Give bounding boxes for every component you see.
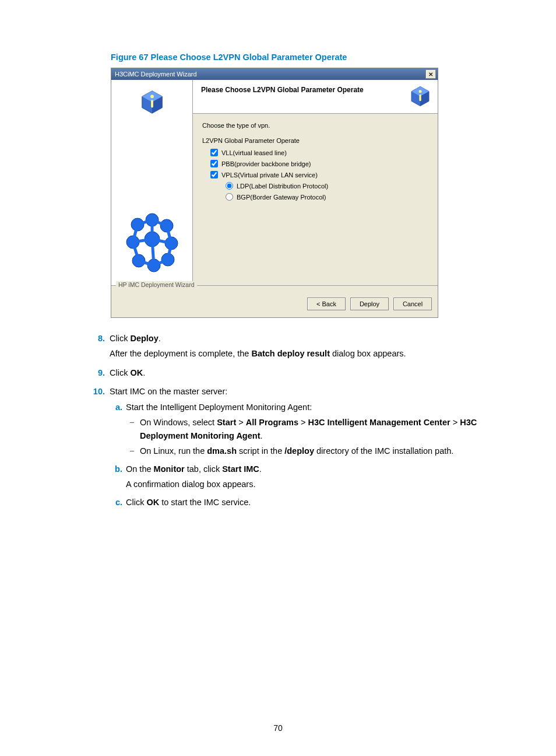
close-button[interactable]: ✕	[425, 69, 436, 79]
ok-bold: OK	[130, 368, 143, 377]
ok-bold: OK	[146, 498, 159, 507]
step-10: 10. Start IMC on the master server: a. S…	[92, 385, 498, 513]
dash-mark: −	[129, 444, 140, 457]
vpls-checkbox[interactable]	[210, 171, 218, 178]
pbb-checkbox[interactable]	[210, 160, 218, 167]
dmash-bold: dma.sh	[207, 446, 237, 456]
pbb-label: PBB(provider backbone bridge)	[221, 160, 311, 167]
substep-text: Start the Intelligent Deployment Monitor…	[126, 401, 498, 414]
dialog-content: Choose the type of vpn. L2VPN Global Par…	[201, 120, 430, 206]
figure-caption: Figure 67 Please Choose L2VPN Global Par…	[111, 52, 498, 62]
substep-text: A confirmation dialog box appears.	[126, 478, 498, 491]
monitor-bold: Monitor	[154, 464, 185, 474]
substep-b: b. On the Monitor tab, click Start IMC. …	[112, 463, 498, 494]
step-number: 9.	[92, 366, 110, 382]
startimc-bold: Start IMC	[222, 464, 259, 474]
bgp-radio[interactable]	[226, 193, 233, 201]
substep-text: to start the IMC service.	[159, 498, 251, 507]
substep-text: Click	[126, 498, 146, 507]
substep-c: c. Click OK to start the IMC service.	[112, 496, 498, 511]
step-text: Click	[110, 368, 130, 377]
bgp-label: BGP(Border Gateway Protocol)	[237, 194, 326, 201]
dash-text: directory of the IMC installation path.	[314, 446, 453, 456]
allprograms-bold: All Programs	[246, 418, 298, 427]
choose-vpn-text: Choose the type of vpn.	[202, 122, 428, 129]
start-bold: Start	[217, 418, 236, 427]
deploy-dir-bold: /deploy	[284, 446, 314, 456]
step-text: dialog box appears.	[330, 349, 406, 358]
dash-text: >	[298, 418, 308, 427]
substep-letter: c.	[112, 496, 126, 511]
svg-rect-4	[151, 100, 153, 107]
substep-letter: a.	[112, 401, 126, 460]
back-button[interactable]: < Back	[307, 298, 346, 310]
step-number: 10.	[92, 385, 110, 513]
dialog-footer: HP iMC Deployment Wizard < Back Deploy C…	[111, 285, 438, 317]
dialog-header-title: Please Choose L2VPN Global Parameter Ope…	[201, 86, 364, 94]
dash-text: >	[451, 418, 460, 427]
close-icon: ✕	[428, 71, 433, 78]
batch-deploy-bold: Batch deploy result	[251, 349, 330, 358]
molecule-icon	[120, 207, 184, 277]
info-cube-icon	[138, 88, 166, 116]
step-number: 8.	[92, 332, 110, 363]
step-8: 8. Click Deploy. After the deployment is…	[92, 332, 498, 363]
substep-text: .	[259, 464, 262, 474]
vpls-label: VPLS(Virtual private LAN service)	[221, 172, 318, 178]
dash-text: >	[236, 418, 246, 427]
info-cube-icon-small	[409, 85, 432, 108]
dash-item-windows: − On Windows, select Start > All Program…	[129, 416, 498, 442]
step-text: After the deployment is complete, the	[110, 349, 251, 358]
svg-line-25	[152, 239, 154, 265]
step-text: Click	[110, 334, 130, 343]
substep-a: a. Start the Intelligent Deployment Moni…	[112, 401, 498, 460]
svg-point-3	[150, 95, 154, 99]
page-number: 70	[0, 723, 556, 733]
svg-rect-30	[419, 94, 421, 102]
cancel-button[interactable]: Cancel	[393, 298, 432, 310]
dialog-titlebar: H3CiMC Deployment Wizard ✕	[111, 68, 438, 80]
dash-mark: −	[129, 416, 140, 442]
deployment-wizard-dialog: H3CiMC Deployment Wizard ✕	[111, 68, 438, 318]
h3c-imc-bold: H3C Intelligent Management Center	[308, 418, 451, 427]
substep-text: tab, click	[185, 464, 222, 474]
vll-checkbox[interactable]	[210, 149, 218, 156]
deploy-bold: Deploy	[130, 334, 158, 343]
dialog-title: H3CiMC Deployment Wizard	[115, 71, 197, 78]
dash-text: On Linux, run the	[140, 446, 207, 456]
dash-item-linux: − On Linux, run the dma.sh script in the…	[129, 444, 498, 457]
dash-text: script in the	[237, 446, 284, 456]
svg-point-29	[419, 90, 422, 93]
instruction-list: 8. Click Deploy. After the deployment is…	[92, 332, 498, 513]
dialog-left-panel	[111, 80, 193, 285]
group-label: L2VPN Global Parameter Operate	[202, 137, 428, 144]
step-text: .	[143, 368, 145, 377]
dialog-header: Please Choose L2VPN Global Parameter Ope…	[193, 80, 438, 114]
vll-label: VLL(virtual leased line)	[221, 149, 287, 156]
step-text: .	[159, 334, 161, 343]
dash-text: .	[260, 431, 262, 440]
substep-text: On the	[126, 464, 154, 474]
dash-text: On Windows, select	[140, 418, 217, 427]
ldp-radio[interactable]	[226, 182, 233, 190]
deploy-button[interactable]: Deploy	[350, 298, 389, 310]
step-text: Start IMC on the master server:	[110, 385, 498, 398]
substep-letter: b.	[112, 463, 126, 494]
footer-legend: HP iMC Deployment Wizard	[116, 281, 197, 288]
ldp-label: LDP(Label Distribution Protocol)	[237, 183, 328, 190]
step-9: 9. Click OK.	[92, 366, 498, 382]
